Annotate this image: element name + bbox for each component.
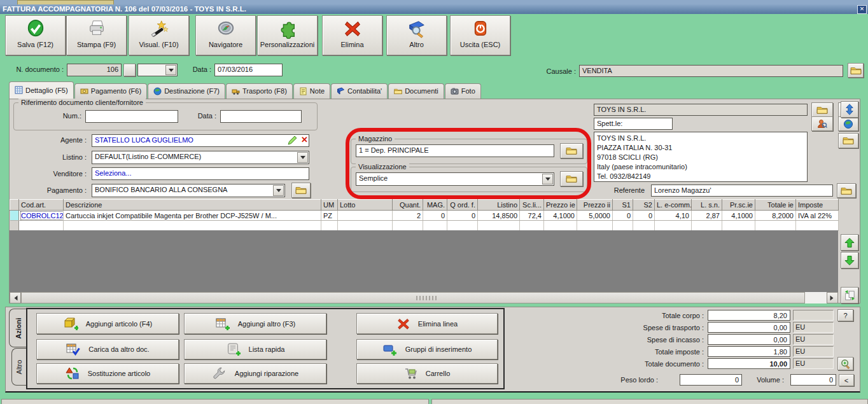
cell-mag[interactable]: 0 [423, 211, 447, 221]
web-button[interactable] [838, 116, 858, 131]
aggiungi-altro-button[interactable]: Aggiungi altro (F3) [184, 313, 326, 334]
tab-destinazione[interactable]: Destinazione (F7) [148, 83, 225, 99]
collapse-totals-button[interactable]: < [839, 374, 854, 386]
col-prezzo-ii[interactable]: Prezzo ii [577, 200, 613, 211]
cell-scli[interactable]: 72,4 [520, 211, 544, 221]
totale-zoom-button[interactable] [837, 357, 853, 370]
lista-rapida-button[interactable]: Lista rapida [184, 339, 326, 359]
col-codart[interactable]: Cod.art. [19, 200, 64, 211]
n-documento-field[interactable]: 106 [67, 64, 122, 76]
move-line-button[interactable] [841, 101, 858, 118]
magazzino-field[interactable]: 1 = Dep. PRINCIPALE [356, 144, 554, 157]
col-lotto[interactable]: Lotto [338, 200, 393, 211]
visualizzazione-combo[interactable]: Semplice [356, 172, 554, 186]
preview-button[interactable]: Visual. (F10) [129, 15, 189, 55]
combo-arrow-icon[interactable] [273, 185, 284, 196]
scroll-right-button[interactable] [827, 292, 838, 303]
combo-arrow-icon[interactable] [297, 152, 308, 163]
gruppi-di-inserimento-button[interactable]: Gruppi di inserimento [356, 339, 498, 359]
exit-button[interactable]: Uscita (ESC) [450, 15, 510, 55]
col-scli[interactable]: Sc.li... [520, 200, 544, 211]
refresh-lines-button[interactable] [841, 287, 858, 303]
n-documento-spacer-button[interactable] [123, 64, 136, 76]
agente-edit-button[interactable] [287, 136, 297, 147]
cliente-folder-button[interactable] [811, 102, 833, 117]
tab-azioni[interactable]: Azioni [9, 309, 27, 347]
cell-lecomm[interactable]: 4,10 [655, 211, 692, 221]
cliente-field[interactable]: TOYS IN S.R.L. [594, 104, 808, 116]
cell-descrizione[interactable]: Cartuccia inkjet Compatibile Magenta per… [64, 211, 321, 221]
agente-field[interactable]: STATELLO LUCA GUGLIELMO [92, 134, 309, 147]
sostituzione-articolo-button[interactable]: Sostituzione articolo [36, 363, 179, 384]
navigator-button[interactable]: Navigatore [195, 15, 256, 55]
move-down-button[interactable] [841, 252, 858, 268]
col-um[interactable]: UM [321, 200, 338, 211]
magazzino-folder-button[interactable] [560, 143, 583, 158]
totale-corpo-field[interactable]: 8,20 [708, 310, 790, 321]
col-prscie[interactable]: Pr.sc.ie [722, 200, 755, 211]
col-s2[interactable]: S2 [633, 200, 655, 211]
tab-contabilita[interactable]: Contabilita' [331, 83, 388, 99]
tab-pagamento[interactable]: Pagamento (F6) [74, 83, 147, 99]
col-listino[interactable]: Listino [478, 200, 520, 211]
customizations-button[interactable]: Personalizzazioni [257, 15, 318, 55]
tab-documenti[interactable]: Documenti [388, 83, 444, 99]
data-field[interactable]: 07/03/2016 [214, 64, 283, 76]
move-up-button[interactable] [841, 234, 858, 251]
table-hscrollbar[interactable] [10, 292, 838, 303]
col-lecomm[interactable]: L. e-comm. [655, 200, 692, 211]
tab-note[interactable]: Note [293, 83, 330, 99]
cell-prezzo-ie[interactable]: 4,1000 [544, 211, 577, 221]
cell-lsn[interactable]: 2,87 [692, 211, 722, 221]
visualizzazione-folder-button[interactable] [560, 171, 583, 186]
row-selector-cell[interactable] [10, 211, 19, 221]
col-s1[interactable]: S1 [613, 200, 633, 211]
col-imposte[interactable]: Imposte [796, 200, 839, 211]
tab-foto[interactable]: Foto [445, 83, 481, 99]
aggiungi-riparazione-button[interactable]: Aggiungi riparazione [184, 363, 326, 384]
tab-dettaglio[interactable]: Dettaglio (F5) [9, 81, 74, 99]
delete-button[interactable]: Elimina [322, 15, 382, 55]
elimina-linea-button[interactable]: Elimina linea [356, 313, 498, 334]
referente-field[interactable]: Lorenzo Magazzu' [651, 185, 833, 197]
scroll-left-button[interactable] [10, 292, 21, 303]
causale-folder-button[interactable] [848, 63, 864, 78]
listino-combo[interactable]: DEFAULT(Listino E-COMMERCE) [92, 151, 309, 164]
aggiungi-articolo-button[interactable]: Aggiungi articolo (F4) [36, 313, 179, 334]
cell-imposte[interactable]: IVA al 22% [796, 211, 839, 221]
help-button[interactable]: ? [837, 309, 853, 321]
pagamento-combo[interactable]: BONIFICO BANCARIO ALLA CONSEGNA [92, 184, 285, 197]
col-totale-ie[interactable]: Totale ie [755, 200, 796, 211]
causale-field[interactable]: VENDITA [579, 65, 843, 77]
totale-documento-field[interactable]: 10,00 [708, 358, 790, 369]
cell-listino[interactable]: 14,8500 [478, 211, 520, 221]
cell-codart[interactable]: COBROLC12... [19, 211, 64, 221]
other-button[interactable]: Altro [386, 15, 447, 55]
scroll-thumb[interactable] [21, 292, 805, 303]
address-folder-button[interactable] [838, 133, 858, 148]
rif-data-field[interactable] [220, 110, 302, 123]
cell-prezzo-ii[interactable]: 5,0000 [577, 211, 613, 221]
pagamento-folder-button[interactable] [291, 183, 311, 198]
col-descrizione[interactable]: Descrizione [64, 200, 321, 211]
col-quant[interactable]: Quant. [393, 200, 423, 211]
rif-num-field[interactable] [85, 110, 178, 123]
col-qordf[interactable]: Q ord. f. [447, 200, 478, 211]
contact-search-button[interactable] [811, 116, 833, 131]
print-button[interactable]: Stampa (F9) [66, 15, 127, 55]
window-close-button[interactable]: ✕ [857, 5, 867, 14]
col-prezzo-ie[interactable]: Prezzo ie [544, 200, 577, 211]
cell-quant[interactable]: 2 [393, 211, 423, 221]
venditore-field[interactable]: Seleziona... [92, 167, 309, 180]
agente-clear-button[interactable]: ✕ [301, 135, 308, 144]
volume-field[interactable]: 0 [790, 374, 836, 386]
row-selector-cell[interactable] [10, 221, 19, 231]
col-lsn[interactable]: L. s.n. [692, 200, 722, 211]
codart-link[interactable]: COBROLC12... [21, 212, 64, 219]
cell-lotto[interactable] [338, 211, 393, 221]
carrello-button[interactable]: Carrello [356, 363, 498, 384]
col-mag[interactable]: MAG. [423, 200, 447, 211]
combo-arrow-icon[interactable] [542, 174, 553, 185]
cell-totale-ie[interactable]: 8,2000 [755, 211, 796, 221]
totale-imposte-field[interactable]: 1,80 [708, 346, 790, 357]
